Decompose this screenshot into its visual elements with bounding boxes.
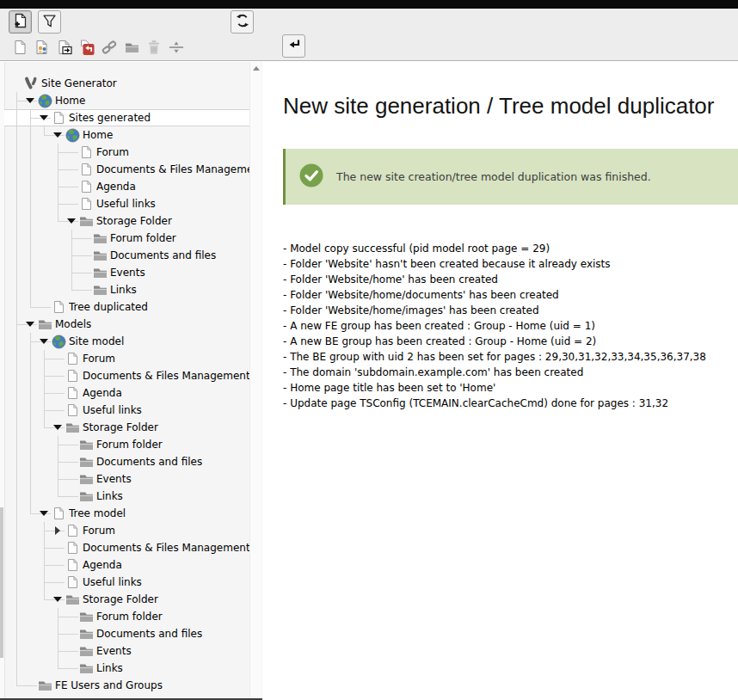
log-line: - A new FE group has been created : Grou… [283, 318, 738, 334]
tree-item-tree-duplicated[interactable]: Tree duplicated [4, 298, 250, 316]
tree-item-documents-files-management[interactable]: Documents & Files Management [4, 367, 250, 384]
folder-icon[interactable] [78, 214, 94, 228]
page-insert-red-icon[interactable] [79, 39, 95, 56]
collapse-arrow-icon[interactable] [40, 511, 48, 516]
tree-item-storage-folder[interactable]: Storage Folder [4, 591, 250, 608]
tree-item-forum[interactable]: Forum [4, 144, 250, 161]
folder-icon[interactable] [65, 421, 80, 434]
tree-item-events[interactable]: Events [4, 642, 250, 660]
page-plain-icon[interactable] [12, 39, 28, 56]
tree-item-links[interactable]: Links [4, 281, 250, 298]
collapse-arrow-icon[interactable] [40, 339, 48, 344]
tree-item-site-model[interactable]: Site model [4, 333, 250, 350]
page-icon[interactable] [65, 524, 80, 537]
collapse-arrow-icon[interactable] [53, 132, 62, 138]
tree-item-events[interactable]: Events [4, 470, 250, 488]
folder-icon[interactable] [78, 627, 94, 641]
folder-icon[interactable] [78, 644, 94, 658]
page-icon[interactable] [78, 145, 94, 159]
new-page-button[interactable] [9, 10, 32, 34]
tree-item-agenda[interactable]: Agenda [4, 556, 250, 574]
page-icon[interactable] [51, 300, 66, 314]
page-icon[interactable] [65, 369, 80, 383]
tree-item-site-generator[interactable]: Site Generator [4, 75, 250, 92]
page-icon[interactable] [51, 507, 66, 520]
folder-icon[interactable] [37, 679, 52, 692]
tree-item-useful-links[interactable]: Useful links [4, 195, 250, 212]
page-shortcut-icon[interactable] [57, 39, 72, 56]
globe-icon[interactable] [37, 94, 52, 107]
tree-item-sites-generated[interactable]: Sites generated [4, 109, 250, 126]
tree-item-storage-folder[interactable]: Storage Folder [4, 419, 250, 436]
tree-item-links[interactable]: Links [4, 660, 250, 677]
collapse-arrow-icon[interactable] [67, 218, 76, 224]
folder-icon[interactable] [78, 610, 94, 623]
tree-item-useful-links[interactable]: Useful links [4, 574, 250, 591]
folder-icon[interactable] [92, 249, 108, 262]
content-area: New site generation / Tree model duplica… [262, 62, 738, 700]
tree-item-links[interactable]: Links [4, 488, 250, 505]
trash-icon[interactable] [146, 39, 162, 56]
page-icon[interactable] [65, 575, 80, 589]
expand-arrow-icon[interactable] [55, 526, 60, 535]
tree-right-scrollbar[interactable] [249, 62, 261, 698]
folder-icon[interactable] [78, 661, 94, 675]
page-icon[interactable] [65, 386, 80, 400]
page-icon[interactable] [78, 197, 94, 211]
collapse-arrow-icon[interactable] [53, 597, 62, 602]
typo3-icon[interactable] [23, 77, 39, 90]
separator-icon[interactable] [169, 39, 184, 56]
collapse-arrow-icon[interactable] [53, 425, 62, 430]
refresh-button[interactable] [231, 10, 254, 34]
page-icon[interactable] [65, 403, 80, 417]
page-icon[interactable] [65, 541, 80, 555]
log-line: - The domain 'subdomain.example.com' has… [283, 365, 738, 380]
collapse-arrow-icon[interactable] [26, 98, 34, 103]
tree-item-fe-users-and-groups[interactable]: FE Users and Groups [4, 677, 250, 694]
tree-item-documents-and-files[interactable]: Documents and files [4, 247, 250, 264]
page-content-icon[interactable] [34, 39, 50, 56]
tree-item-useful-links[interactable]: Useful links [4, 402, 250, 419]
globe-icon[interactable] [65, 128, 80, 142]
page-icon[interactable] [51, 111, 66, 125]
folder-icon[interactable] [92, 283, 108, 297]
tree-item-events[interactable]: Events [4, 264, 250, 281]
page-icon[interactable] [78, 163, 94, 176]
folder-icon[interactable] [92, 266, 108, 279]
folder-icon[interactable] [78, 472, 94, 486]
filter-button[interactable] [38, 10, 61, 34]
folder-icon[interactable] [78, 438, 94, 451]
return-button[interactable] [282, 34, 305, 58]
tree-item-documents-and-files[interactable]: Documents and files [4, 625, 250, 642]
tree-item-documents-files-management[interactable]: Documents & Files Management [4, 161, 250, 178]
tree-item-models[interactable]: Models [4, 316, 250, 333]
page-icon[interactable] [78, 180, 94, 193]
tree-item-home[interactable]: Home [4, 92, 250, 109]
folder-icon[interactable] [92, 231, 108, 245]
tree-item-documents-and-files[interactable]: Documents and files [4, 453, 250, 470]
tree-item-forum-folder[interactable]: Forum folder [4, 436, 250, 453]
tree-item-documents-files-management[interactable]: Documents & Files Management [4, 539, 250, 556]
tree-item-forum-folder[interactable]: Forum folder [4, 230, 250, 247]
tree-item-forum[interactable]: Forum [4, 522, 250, 539]
collapse-arrow-icon[interactable] [40, 115, 48, 120]
folder-icon[interactable] [65, 593, 80, 606]
tree-item-forum-folder[interactable]: Forum folder [4, 608, 250, 625]
tree-item-home[interactable]: Home [4, 126, 250, 144]
scroll-up-arrow-icon[interactable] [253, 66, 260, 71]
folder-icon[interactable] [124, 39, 139, 56]
page-icon[interactable] [65, 558, 80, 572]
link-icon[interactable] [101, 39, 117, 56]
collapse-arrow-icon[interactable] [26, 322, 34, 327]
tree-item-forum[interactable]: Forum [4, 350, 250, 367]
folder-icon[interactable] [37, 317, 52, 331]
tree-item-tree-model[interactable]: Tree model [4, 505, 250, 522]
folder-icon[interactable] [78, 489, 94, 503]
globe-icon[interactable] [51, 335, 66, 348]
tree-item-storage-folder[interactable]: Storage Folder [4, 212, 250, 230]
page-icon[interactable] [65, 352, 80, 365]
folder-icon[interactable] [78, 455, 94, 469]
tree-item-agenda[interactable]: Agenda [4, 178, 250, 195]
scrollbar-thumb[interactable] [0, 507, 3, 658]
tree-item-agenda[interactable]: Agenda [4, 384, 250, 402]
